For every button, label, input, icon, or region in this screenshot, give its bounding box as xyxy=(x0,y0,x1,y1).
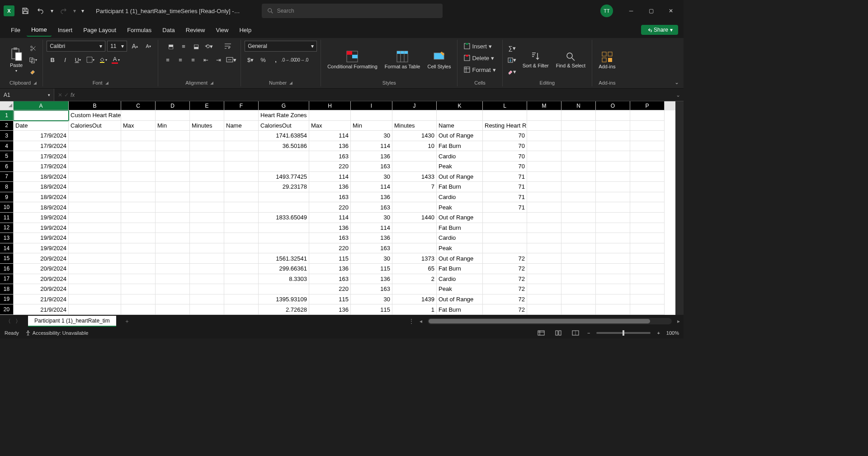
cell-J16[interactable]: 65 xyxy=(392,264,437,274)
cell-J2[interactable]: Minutes xyxy=(392,121,437,131)
tab-formulas[interactable]: Formulas xyxy=(123,24,156,36)
cell-J3[interactable]: 1430 xyxy=(392,131,437,141)
zoom-level[interactable]: 100% xyxy=(666,330,679,336)
cell-J20[interactable]: 1 xyxy=(392,304,437,315)
cell-P16[interactable] xyxy=(630,264,665,274)
cell-O17[interactable] xyxy=(596,274,630,285)
decrease-indent-button[interactable]: ⇤ xyxy=(200,54,212,65)
cell-D4[interactable] xyxy=(156,141,190,152)
cancel-formula-button[interactable]: ✕ xyxy=(58,92,62,98)
format-as-table-button[interactable]: Format as Table xyxy=(382,48,423,71)
cell-H6[interactable]: 220 xyxy=(309,162,351,172)
cell-L4[interactable]: 70 xyxy=(483,141,527,152)
cell-O9[interactable] xyxy=(596,192,630,203)
horizontal-scrollbar[interactable] xyxy=(428,318,672,324)
cell-K6[interactable]: Peak xyxy=(437,162,483,172)
cell-C14[interactable] xyxy=(121,243,156,254)
cell-P18[interactable] xyxy=(630,284,665,294)
cell-L5[interactable]: 70 xyxy=(483,151,527,162)
status-accessibility[interactable]: Accessibility: Unavailable xyxy=(25,330,89,336)
hscroll-left[interactable]: ◂ xyxy=(420,318,422,324)
cell-B16[interactable] xyxy=(69,264,121,274)
cell-E17[interactable] xyxy=(190,274,224,285)
cell-D7[interactable] xyxy=(156,172,190,182)
column-header-C[interactable]: C xyxy=(121,101,156,110)
cell-O18[interactable] xyxy=(596,284,630,294)
cell-H1[interactable] xyxy=(309,110,351,121)
cell-E11[interactable] xyxy=(190,213,224,223)
cell-F17[interactable] xyxy=(224,274,259,285)
cell-H2[interactable]: Max xyxy=(309,121,351,131)
cell-J5[interactable] xyxy=(392,151,437,162)
cell-L12[interactable] xyxy=(483,223,527,233)
cell-F5[interactable] xyxy=(224,151,259,162)
cell-O12[interactable] xyxy=(596,223,630,233)
cell-D16[interactable] xyxy=(156,264,190,274)
cell-D11[interactable] xyxy=(156,213,190,223)
cell-G16[interactable]: 299.66361 xyxy=(259,264,309,274)
cell-B12[interactable] xyxy=(69,223,121,233)
cell-E14[interactable] xyxy=(190,243,224,254)
sheet-next-button[interactable]: 〉 xyxy=(14,316,23,327)
vertical-scrollbar[interactable] xyxy=(675,101,684,315)
cell-L2[interactable]: Resting Heart Rate xyxy=(483,121,527,131)
redo-dropdown[interactable]: ▾ xyxy=(71,4,78,18)
cell-N6[interactable] xyxy=(561,162,596,172)
cell-I11[interactable]: 30 xyxy=(351,213,392,223)
cell-F10[interactable] xyxy=(224,202,259,213)
cell-I20[interactable]: 115 xyxy=(351,304,392,315)
row-header-19[interactable]: 19 xyxy=(0,294,13,305)
cell-A19[interactable]: 21/9/2024 xyxy=(14,294,69,305)
cell-I8[interactable]: 114 xyxy=(351,182,392,192)
cell-K3[interactable]: Out of Range xyxy=(437,131,483,141)
cell-G15[interactable]: 1561.32541 xyxy=(259,253,309,264)
cell-N10[interactable] xyxy=(561,202,596,213)
align-center-button[interactable]: ≡ xyxy=(175,54,186,65)
column-header-B[interactable]: B xyxy=(69,101,121,110)
cut-button[interactable] xyxy=(27,43,39,54)
alignment-dialog-launcher[interactable]: ◢ xyxy=(210,81,213,85)
cell-K7[interactable]: Out of Range xyxy=(437,172,483,182)
cell-K12[interactable]: Fat Burn xyxy=(437,223,483,233)
fill-button[interactable]: ▾ xyxy=(506,55,518,66)
cell-K9[interactable]: Cardio xyxy=(437,192,483,203)
cell-E19[interactable] xyxy=(190,294,224,305)
cell-B20[interactable] xyxy=(69,304,121,315)
cell-G2[interactable]: CaloriesOut xyxy=(259,121,309,131)
cell-A14[interactable]: 19/9/2024 xyxy=(14,243,69,254)
cell-P20[interactable] xyxy=(630,304,665,315)
merge-center-button[interactable]: ▾ xyxy=(225,54,237,65)
cell-E2[interactable]: Minutes xyxy=(190,121,224,131)
cell-P12[interactable] xyxy=(630,223,665,233)
cell-C3[interactable] xyxy=(121,131,156,141)
spreadsheet-grid[interactable]: ABCDEFGHIJKLMNOP 12345678910111213141516… xyxy=(0,101,684,315)
cell-N1[interactable] xyxy=(561,110,596,121)
cell-C17[interactable] xyxy=(121,274,156,285)
cell-F11[interactable] xyxy=(224,213,259,223)
cell-N13[interactable] xyxy=(561,233,596,243)
collapse-ribbon-button[interactable]: ⌄ xyxy=(675,79,679,86)
column-header-I[interactable]: I xyxy=(351,101,392,110)
cell-N20[interactable] xyxy=(561,304,596,315)
cell-B13[interactable] xyxy=(69,233,121,243)
cell-N8[interactable] xyxy=(561,182,596,192)
cell-H7[interactable]: 114 xyxy=(309,172,351,182)
cell-D17[interactable] xyxy=(156,274,190,285)
cell-M2[interactable] xyxy=(527,121,561,131)
cell-C2[interactable]: Max xyxy=(121,121,156,131)
cell-N9[interactable] xyxy=(561,192,596,203)
align-middle-button[interactable]: ≡ xyxy=(178,41,189,52)
cell-J18[interactable] xyxy=(392,284,437,294)
cell-B11[interactable] xyxy=(69,213,121,223)
cell-K13[interactable]: Cardio xyxy=(437,233,483,243)
sort-filter-button[interactable]: Sort & Filter xyxy=(520,49,552,70)
tab-help[interactable]: Help xyxy=(235,24,256,36)
cell-B19[interactable] xyxy=(69,294,121,305)
share-button[interactable]: Share ▾ xyxy=(641,25,678,35)
cell-A18[interactable]: 20/9/2024 xyxy=(14,284,69,294)
cell-I13[interactable]: 136 xyxy=(351,233,392,243)
cell-E18[interactable] xyxy=(190,284,224,294)
name-box[interactable]: A1▾ xyxy=(0,89,54,101)
column-header-P[interactable]: P xyxy=(630,101,665,110)
cell-D13[interactable] xyxy=(156,233,190,243)
